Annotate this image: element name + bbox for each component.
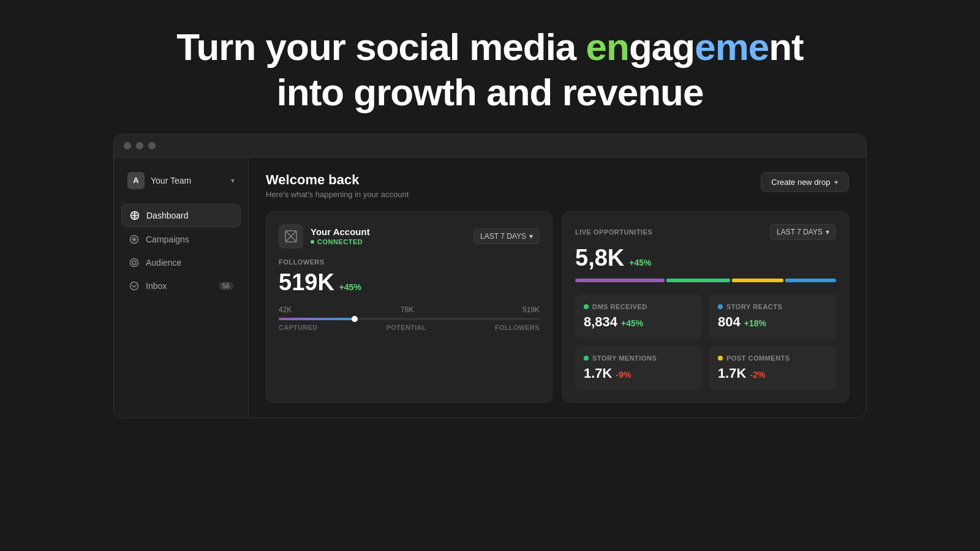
account-header: Your Account CONNECTED LAST 7 DAYS ▾ [279,224,540,249]
mp-seg-green [666,279,730,282]
mp-seg-purple [575,279,665,282]
story-reacts-value: 804 +18% [718,314,827,330]
hero-highlight-blue: eme [695,26,769,68]
audience-icon [129,257,140,268]
plus-icon: + [834,178,839,187]
story-reacts-change: +18% [744,318,766,328]
chevron-down-icon: ▾ [231,176,235,185]
account-period-label: LAST 7 DAYS [480,232,526,241]
followers-value: 519K +45% [279,269,540,296]
connected-status: CONNECTED [311,238,370,246]
account-period-selector[interactable]: LAST 7 DAYS ▾ [473,228,540,244]
metric-card-story-reacts: STORY REACTS 804 +18% [709,294,836,339]
hero-heading: Turn your social media engagement into g… [0,24,980,116]
opp-period-chevron-icon: ▾ [826,228,829,236]
live-header: LIVE OPPORTUNITIES LAST 7 DAYS ▾ [575,224,836,240]
progress-section-labels: CAPTURED POTENTIAL FOLLOWERS [279,324,540,331]
progress-fill [279,318,357,320]
sidebar-item-dashboard[interactable]: Dashboard [121,204,241,227]
metric-card-story-mentions: STORY MENTIONS 1.7K -9% [575,346,702,390]
account-card: Your Account CONNECTED LAST 7 DAYS ▾ [266,211,552,403]
multi-progress-bar [575,279,836,282]
followers-label: FOLLOWERS [279,258,540,266]
story-mentions-label: STORY MENTIONS [584,354,693,362]
progress-labels: 42K 78K 519K [279,305,540,314]
progress-thumb[interactable] [352,316,358,322]
team-avatar: A [127,172,145,189]
campaigns-icon [129,234,140,245]
team-selector[interactable]: A Your Team ▾ [121,167,241,194]
post-comments-label: POST COMMENTS [718,354,827,362]
content-header: Welcome back Here's what's happening in … [266,172,849,199]
post-comments-dot [718,356,723,361]
inbox-badge: 56 [219,282,233,290]
followers-prog-label: FOLLOWERS [495,324,540,331]
dms-label: DMS RECEIVED [584,303,693,310]
story-mentions-dot [584,356,589,361]
svg-point-11 [132,261,136,264]
page-title: Welcome back [266,172,409,188]
mp-seg-yellow [732,279,783,282]
story-reacts-number: 804 [718,314,741,330]
period-chevron-icon: ▾ [529,232,533,241]
svg-point-12 [130,282,138,290]
metric-card-post-comments: POST COMMENTS 1.7K -2% [709,346,836,390]
sidebar-item-audience[interactable]: Audience [121,252,241,274]
followers-change: +45% [339,282,361,292]
title-bar [114,135,866,157]
dms-number: 8,834 [584,314,617,330]
opportunities-period-selector[interactable]: LAST 7 DAYS ▾ [770,224,836,240]
progress-section: 42K 78K 519K CAPTURED POTENTIAL FOLLOWER… [279,305,540,331]
svg-point-10 [130,258,138,266]
opportunities-card: LIVE OPPORTUNITIES LAST 7 DAYS ▾ 5,8K +4… [562,211,849,403]
opp-period-label: LAST 7 DAYS [777,228,823,236]
metrics-grid: DMS RECEIVED 8,834 +45% STORY REACTS [575,294,836,390]
dms-dot [584,304,589,309]
sidebar-item-dashboard-label: Dashboard [146,211,189,220]
main-content: Welcome back Here's what's happening in … [249,157,866,418]
page-subtitle: Here's what's happening in your account [266,190,409,199]
traffic-light-red [124,142,131,149]
mp-seg-blue [785,279,836,282]
metric-card-dms: DMS RECEIVED 8,834 +45% [575,294,702,339]
hero-section: Turn your social media engagement into g… [0,0,980,134]
live-number: 5,8K [575,245,624,271]
sidebar-item-inbox-label: Inbox [146,281,167,291]
team-name: Your Team [151,176,225,186]
sidebar-item-audience-label: Audience [146,258,181,268]
progress-track [279,318,540,320]
connected-label: CONNECTED [317,238,363,246]
post-comments-change: -2% [750,370,765,380]
sidebar-item-campaigns-label: Campaigns [146,234,189,244]
inbox-icon [129,280,140,291]
dms-change: +45% [621,318,643,328]
sidebar-item-inbox[interactable]: Inbox 56 [121,275,241,297]
dashboard-icon [129,210,140,221]
hero-line2: into growth and revenue [277,71,704,113]
followers-count-value: 519K [522,305,540,314]
potential-label: POTENTIAL [386,324,426,331]
captured-label: CAPTURED [279,324,318,331]
sidebar-item-campaigns[interactable]: Campaigns [121,228,241,250]
live-label: LIVE OPPORTUNITIES [575,228,652,236]
followers-number: 519K [279,269,334,296]
live-value: 5,8K +45% [575,245,836,271]
story-mentions-value: 1.7K -9% [584,365,693,381]
dms-value: 8,834 +45% [584,314,693,330]
create-btn-label: Create new drop [771,178,830,187]
story-mentions-change: -9% [616,370,631,380]
sidebar: A Your Team ▾ [114,157,249,418]
app-window: A Your Team ▾ [113,134,867,418]
create-new-drop-button[interactable]: Create new drop + [761,172,849,192]
hero-line1: Turn your social media engagement [176,26,804,68]
app-body: A Your Team ▾ [114,157,866,418]
account-logo [279,224,303,249]
page-header-text: Welcome back Here's what's happening in … [266,172,409,199]
hero-highlight-green: en [586,26,629,68]
captured-value: 42K [279,305,292,314]
post-comments-number: 1.7K [718,365,746,381]
connected-dot [311,240,314,244]
account-name: Your Account [311,227,370,237]
story-reacts-dot [718,304,723,309]
story-reacts-label: STORY REACTS [718,303,827,310]
